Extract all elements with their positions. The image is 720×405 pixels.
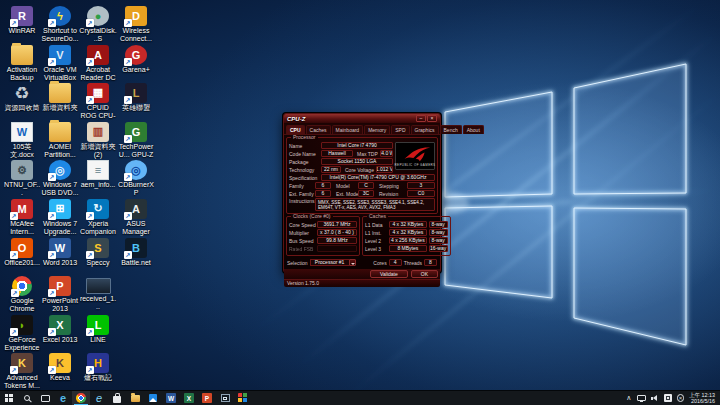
- desktop-icon-crystaldiskinfo[interactable]: ●↗CrystalDisk...S: [79, 5, 117, 44]
- tab-spd[interactable]: SPD: [391, 125, 409, 134]
- package-field[interactable]: Socket 1150 LGA: [321, 158, 393, 165]
- hidden-icons-icon[interactable]: ∧: [626, 395, 632, 401]
- cache-size-value[interactable]: 8 MBytes: [389, 245, 427, 252]
- tab-caches[interactable]: Caches: [306, 125, 331, 134]
- taskbar-chrome-button[interactable]: [72, 391, 90, 405]
- cpu-name-field[interactable]: Intel Core i7 4790: [321, 142, 393, 149]
- cpuz-title-bar[interactable]: CPU-Z – ×: [284, 114, 440, 124]
- desktop-icon-winrar[interactable]: R↗WinRAR: [3, 5, 41, 44]
- taskbar-app-window-button[interactable]: [216, 391, 234, 405]
- cache-size-value[interactable]: 4 x 256 KBytes: [389, 237, 427, 244]
- clock-row-value[interactable]: [317, 245, 357, 252]
- code-name-field[interactable]: Haswell: [321, 150, 353, 157]
- close-icon[interactable]: ×: [427, 115, 437, 122]
- desktop-icon-activation-backup[interactable]: Activation Backup: [3, 44, 41, 83]
- taskbar-search-button[interactable]: [18, 391, 36, 405]
- desktop-icon-xperia-companion[interactable]: ↻↗Xperia Companion: [79, 198, 117, 237]
- ext-model-field[interactable]: 3C: [358, 190, 374, 197]
- ext-family-field[interactable]: 6: [315, 190, 331, 197]
- tab-about[interactable]: About: [463, 125, 484, 134]
- desktop-icon-advanced-tokens[interactable]: K↗Advanced Tokens M...: [3, 352, 41, 391]
- taskbar-start-button[interactable]: [0, 391, 18, 405]
- desktop-icon-geforce-experience[interactable]: ◗↗GeForce Experience: [3, 314, 41, 353]
- specification-field[interactable]: Intel(R) Core(TM) i7-4790 CPU @ 3.60GHz: [321, 174, 435, 181]
- chevron-down-icon[interactable]: [349, 259, 356, 266]
- desktop-icon-garena[interactable]: G↗Garena+: [117, 44, 155, 83]
- ok-button[interactable]: OK: [411, 270, 438, 278]
- desktop-icon-line[interactable]: L↗LINE: [79, 314, 117, 353]
- ime-icon[interactable]: [664, 394, 672, 402]
- desktop-icon-dlink-wireless[interactable]: D↗Wireless Connect...: [117, 5, 155, 44]
- threads-field[interactable]: 8: [424, 259, 437, 266]
- desktop-icon-excel-2013[interactable]: X↗Excel 2013: [41, 314, 79, 353]
- taskbar-edge-button[interactable]: e: [54, 391, 72, 405]
- desktop-icon-aem-info[interactable]: ≡aem_info...: [79, 159, 117, 198]
- display-icon[interactable]: [637, 395, 646, 401]
- model-field[interactable]: C: [358, 182, 374, 189]
- desktop-icon-office-2013[interactable]: O↗Office201...: [3, 237, 41, 276]
- desktop-icon-secure-doc[interactable]: ϟ↗Shortcut to SecureDo...: [41, 5, 79, 44]
- taskbar-store-button[interactable]: [108, 391, 126, 405]
- max-tdp-field[interactable]: 84.0 W: [380, 150, 393, 157]
- desktop-icon-gpu-z[interactable]: G↗TechPowerU... GPU-Z: [117, 121, 155, 160]
- tab-cpu[interactable]: CPU: [286, 125, 305, 134]
- desktop-icon-powerpoint-2013[interactable]: P↗PowerPoint 2013: [41, 275, 79, 314]
- taskbar-clock[interactable]: 上午 12:13 2016/5/16: [689, 392, 715, 405]
- taskbar-task-view-button[interactable]: [36, 391, 54, 405]
- desktop-icon-battle-net[interactable]: B↗Battle.net: [117, 237, 155, 276]
- taskbar-photos-button[interactable]: [144, 391, 162, 405]
- desktop-icon-win7-usb-dvd[interactable]: ◎↗Windows 7 USB DVD...: [41, 159, 79, 198]
- desktop-icon-received-photo[interactable]: received_1...: [79, 275, 117, 314]
- tab-bench[interactable]: Bench: [440, 125, 462, 134]
- processor-selection-dropdown[interactable]: Processor #1: [310, 259, 356, 266]
- tab-memory[interactable]: Memory: [364, 125, 390, 134]
- core-voltage-field[interactable]: 1.012 V: [376, 166, 393, 173]
- taskbar-file-explorer-button[interactable]: [126, 391, 144, 405]
- revision-field[interactable]: C0: [407, 190, 435, 197]
- desktop-icon-virtualbox[interactable]: V↗Oracle VM VirtualBox: [41, 44, 79, 83]
- stepping-field[interactable]: 3: [407, 182, 435, 189]
- desktop-icon-doc-105[interactable]: W105英文.docx: [3, 121, 41, 160]
- clock-row-value[interactable]: 99.8 MHz: [317, 237, 357, 244]
- desktop-icon-aomei-partition[interactable]: AOMEI Partition...: [41, 121, 79, 160]
- cache-ways-value[interactable]: 8-way: [429, 221, 448, 228]
- taskbar-app-grid-button[interactable]: [234, 391, 252, 405]
- clock-row-value[interactable]: x 37.0 ( 8 - 40 ): [317, 229, 357, 236]
- desktop-icon-ntnu-of[interactable]: ⚙NTNU_OF...: [3, 159, 41, 198]
- desktop-icon-hearthstone[interactable]: H↗爐石戰記: [79, 352, 117, 391]
- desktop-icon-asus-manager[interactable]: A↗ASUS Manager: [117, 198, 155, 237]
- taskbar-word-button[interactable]: W: [162, 391, 180, 405]
- tab-graphics[interactable]: Graphics: [411, 125, 439, 134]
- desktop-icon-new-folder-2[interactable]: ▥新增資料夾 (2): [79, 121, 117, 160]
- cache-ways-value[interactable]: 8-way: [429, 237, 448, 244]
- desktop-icon-google-chrome[interactable]: ↗Google Chrome: [3, 275, 41, 314]
- action-center-icon[interactable]: ×: [677, 394, 685, 402]
- volume-icon[interactable]: [651, 394, 659, 402]
- desktop-icon-keeva[interactable]: K↗Keeva: [41, 352, 79, 391]
- desktop-icon-word-2013[interactable]: W↗Word 2013: [41, 237, 79, 276]
- cache-size-value[interactable]: 4 x 32 KBytes: [389, 229, 427, 236]
- cache-ways-value[interactable]: 8-way: [429, 229, 448, 236]
- validate-button[interactable]: Validate: [370, 270, 408, 278]
- family-field[interactable]: 6: [315, 182, 331, 189]
- cache-ways-value[interactable]: 16-way: [429, 245, 448, 252]
- taskbar-internet-explorer-button[interactable]: e: [90, 391, 108, 405]
- desktop-icon-league-of-legends[interactable]: L↗英雄聯盟: [117, 82, 155, 121]
- desktop-icon-acrobat-reader[interactable]: A↗Acrobat Reader DC: [79, 44, 117, 83]
- desktop-icon-rog-cpuz[interactable]: ▦↗CPUID ROG CPU-Z: [79, 82, 117, 121]
- taskbar-powerpoint-button[interactable]: P: [198, 391, 216, 405]
- technology-field[interactable]: 22 nm: [321, 166, 341, 173]
- minimize-icon[interactable]: –: [416, 115, 426, 122]
- instructions-field[interactable]: MMX, SSE, SSE2, SSE3, SSSE3, SSE4.1, SSE…: [315, 198, 435, 211]
- cache-size-value[interactable]: 4 x 32 KBytes: [389, 221, 427, 228]
- desktop-icon-speccy[interactable]: S↗Speccy: [79, 237, 117, 276]
- tab-mainboard[interactable]: Mainboard: [332, 125, 364, 134]
- clock-row-value[interactable]: 3691.7 MHz: [317, 221, 357, 228]
- desktop-icon-cdburnerxp[interactable]: ◎↗CDBurnerXP: [117, 159, 155, 198]
- desktop-icon-recycle-bin[interactable]: ♻資源回收筒: [3, 82, 41, 121]
- desktop-icon-mcafee[interactable]: M↗McAfee Intern...: [3, 198, 41, 237]
- taskbar-excel-button[interactable]: X: [180, 391, 198, 405]
- desktop-icon-win7-upgrade[interactable]: ⊞↗Windows 7 Upgrade...: [41, 198, 79, 237]
- desktop-icon-new-folder[interactable]: 新增資料夾: [41, 82, 79, 121]
- cores-field[interactable]: 4: [389, 259, 402, 266]
